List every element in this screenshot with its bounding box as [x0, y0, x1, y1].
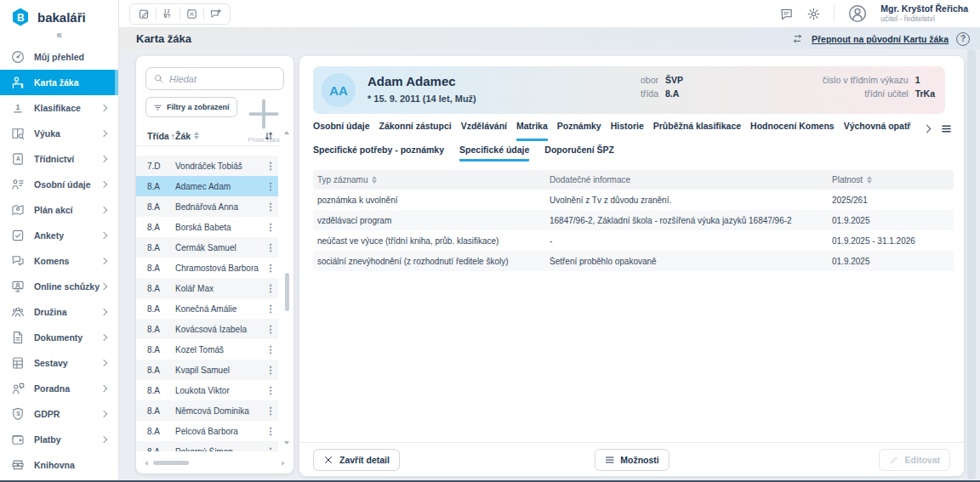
- sidebar-item-vyuka[interactable]: Výuka: [0, 121, 118, 146]
- subtab-specificke-udaje[interactable]: Specifické údaje: [459, 145, 529, 162]
- tab-historie[interactable]: Historie: [611, 121, 644, 141]
- tab-osobni-udaje[interactable]: Osobní údaje: [313, 121, 370, 141]
- search-box[interactable]: [145, 67, 284, 90]
- scroll-right-icon[interactable]: [282, 461, 285, 466]
- record-row[interactable]: neúčast ve výuce (třídní kniha, průb. kl…: [313, 230, 954, 251]
- list-horizontal-scrollbar[interactable]: [145, 459, 285, 467]
- sidebar-item-muj-prehled[interactable]: Můj přehled: [0, 44, 118, 70]
- list-horizontal-scrollbar-thumb[interactable]: [153, 461, 189, 465]
- options-button[interactable]: Možnosti: [594, 449, 669, 471]
- sidebar-item-knihovna[interactable]: Knihovna: [0, 452, 118, 478]
- row-menu-icon[interactable]: ⋮: [263, 222, 278, 233]
- sidebar-item-dokumenty[interactable]: Dokumenty: [0, 325, 118, 350]
- page-scrollbar[interactable]: [967, 49, 976, 479]
- record-row[interactable]: sociální znevýhodnění (z rozhodnutí ředi…: [313, 251, 954, 271]
- sidebar-item-gdpr[interactable]: SGDPR: [0, 401, 118, 427]
- help-icon[interactable]: ?: [956, 32, 970, 46]
- sidebar-item-plan-akci[interactable]: Plán akcí: [0, 197, 118, 223]
- sidebar-item-druzina[interactable]: Družina: [0, 299, 118, 325]
- tab-matrika[interactable]: Matrika: [516, 121, 548, 141]
- column-header-typ-zaznamu[interactable]: Typ záznamu: [313, 175, 545, 184]
- sidebar-item-klasifikace[interactable]: 1Klasifikace: [0, 95, 118, 121]
- tabs-menu-icon[interactable]: [940, 123, 953, 134]
- sidebar-item-platby[interactable]: Platby: [0, 427, 118, 452]
- user-avatar[interactable]: [847, 3, 868, 24]
- edit-note-icon[interactable]: [133, 5, 156, 23]
- sidebar-item-komens[interactable]: Komens: [0, 248, 118, 274]
- row-menu-icon[interactable]: ⋮: [263, 426, 278, 437]
- search-input[interactable]: [169, 74, 276, 84]
- record-cell: sociální znevýhodnění (z rozhodnutí ředi…: [313, 257, 545, 266]
- tab-poznamky[interactable]: Poznámky: [557, 121, 601, 141]
- row-menu-icon[interactable]: ⋮: [263, 283, 278, 294]
- sidebar-item-sestavy[interactable]: Sestavy: [0, 350, 118, 376]
- tab-zakonni-zastupci[interactable]: Zákonní zástupci: [379, 121, 452, 141]
- tab-prubezna-klasifikace[interactable]: Průběžná klasifikace: [653, 121, 741, 141]
- filters-button[interactable]: Filtry a zobrazení: [145, 97, 237, 117]
- student-row-nemcova-dominika[interactable]: 8.ANěmcová Dominika⋮: [136, 400, 278, 421]
- list-vertical-scrollbar-thumb[interactable]: [285, 273, 289, 311]
- student-row-borska-babeta[interactable]: 8.ABorská Babeta⋮: [136, 217, 278, 237]
- row-menu-icon[interactable]: ⋮: [263, 324, 278, 335]
- tab-vychovna-opatreni[interactable]: Výchovná opatření: [844, 121, 911, 141]
- sidebar-item-osobni-udaje[interactable]: Osobní údaje: [0, 172, 118, 197]
- row-menu-icon[interactable]: ⋮: [263, 161, 278, 172]
- student-row-bednarova-anna[interactable]: 8.ABednářová Anna⋮: [136, 196, 278, 217]
- survey-icon: [10, 228, 26, 243]
- sidebar-collapse-button[interactable]: «: [0, 28, 118, 44]
- student-row-adamec-adam[interactable]: 8.AAdamec Adam⋮: [136, 176, 278, 196]
- row-menu-icon[interactable]: ⋮: [263, 263, 278, 274]
- new-message-icon[interactable]: [204, 5, 227, 23]
- column-header-trida[interactable]: Třída: [147, 131, 175, 141]
- student-row-chramostova-barbora[interactable]: 8.AChramostová Barbora⋮: [136, 258, 278, 278]
- student-name: Kovácsová Izabela: [175, 325, 263, 334]
- row-menu-icon[interactable]: ⋮: [263, 242, 278, 253]
- row-menu-icon[interactable]: ⋮: [263, 385, 278, 396]
- student-row-kvapil-samuel[interactable]: 8.AKvapil Samuel⋮: [136, 360, 278, 380]
- scroll-down-icon[interactable]: [284, 441, 289, 445]
- student-row-loukota-viktor[interactable]: 8.ALoukota Viktor⋮: [136, 380, 278, 400]
- tabs-overflow-chevron-icon[interactable]: [923, 125, 932, 133]
- record-row[interactable]: vzdělávací program16847/96-2, Základní š…: [313, 210, 954, 230]
- switch-original-card-link[interactable]: Přepnout na původní Kartu žáka: [812, 34, 949, 44]
- student-row-kolar-max[interactable]: 8.AKolář Max⋮: [136, 278, 278, 298]
- row-menu-icon[interactable]: ⋮: [263, 181, 278, 192]
- edit-button[interactable]: Editovat: [879, 449, 950, 471]
- scroll-left-icon[interactable]: [145, 461, 148, 466]
- row-menu-icon[interactable]: ⋮: [263, 446, 278, 452]
- subtab-doporuceni-spz[interactable]: Doporučení ŠPZ: [544, 145, 614, 162]
- close-detail-button[interactable]: Zavřít detail: [313, 449, 400, 471]
- messages-icon[interactable]: [779, 7, 794, 21]
- student-row-cermak-samuel[interactable]: 8.AČermák Samuel⋮: [136, 237, 278, 258]
- edit-pencil-icon: [889, 455, 899, 465]
- column-header-zak[interactable]: Žák: [175, 131, 263, 141]
- subtab-specificke-potreby-poznamky[interactable]: Specifické potřeby - poznámky: [313, 145, 444, 162]
- list-settings-icon[interactable]: [263, 130, 275, 142]
- student-row-kovacsova-izabela[interactable]: 8.AKovácsová Izabela⋮: [136, 319, 278, 339]
- sidebar-item-tridnictvi[interactable]: ATřídnictví: [0, 146, 118, 172]
- student-row-kozel-tomas[interactable]: 8.AKozel Tomáš⋮: [136, 339, 278, 360]
- sidebar-item-karta-zaka[interactable]: Karta žáka: [0, 70, 118, 95]
- row-menu-icon[interactable]: ⋮: [263, 344, 278, 355]
- row-menu-icon[interactable]: ⋮: [263, 365, 278, 376]
- sidebar-item-online-schuzky[interactable]: Online schůzky: [0, 274, 118, 299]
- settings-gear-icon[interactable]: [806, 7, 821, 21]
- sidebar-item-ankety[interactable]: Ankety: [0, 223, 118, 248]
- absence-icon[interactable]: [180, 5, 203, 23]
- student-row-konecna-amalie[interactable]: 8.AKonečná Amálie⋮: [136, 298, 278, 319]
- tab-hodnoceni-komens[interactable]: Hodnocení Komens: [750, 121, 835, 141]
- student-row-pelcova-barbora[interactable]: 8.APelcová Barbora⋮: [136, 421, 278, 441]
- grade-entry-icon[interactable]: 1 2N T: [157, 5, 179, 23]
- row-menu-icon[interactable]: ⋮: [263, 303, 278, 315]
- user-info[interactable]: Mgr. Kryštof Řeřicha učitel - ředitelstv…: [880, 3, 968, 24]
- record-row[interactable]: poznámka k uvolněníUvolnění z Tv z důvod…: [313, 190, 954, 210]
- tab-vzdelavani[interactable]: Vzdělávání: [461, 121, 507, 141]
- sidebar-item-poradna[interactable]: Poradna: [0, 376, 118, 401]
- row-menu-icon[interactable]: ⋮: [263, 201, 278, 213]
- row-menu-icon[interactable]: ⋮: [263, 405, 278, 417]
- scroll-up-icon[interactable]: [284, 131, 289, 134]
- student-row-vondracek-tobias[interactable]: 7.DVondráček Tobiáš⋮: [136, 156, 278, 176]
- student-row-pokorny-simon[interactable]: 8.APokorný Šimon⋮: [136, 441, 278, 451]
- gdpr-icon: S: [10, 406, 26, 422]
- column-header-platnost[interactable]: Platnost: [828, 175, 954, 184]
